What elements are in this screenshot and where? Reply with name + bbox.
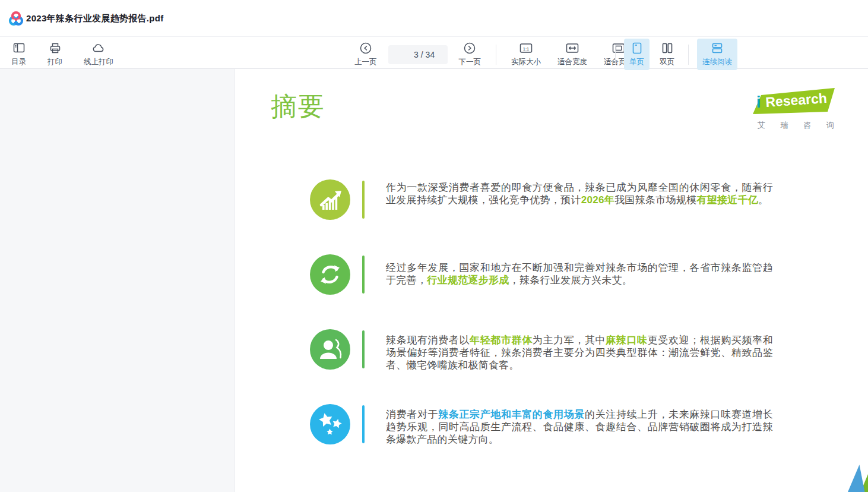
stars-icon [310, 404, 350, 447]
iresearch-banner-icon: Research i [752, 87, 836, 115]
print-button[interactable]: 打印 [42, 39, 68, 70]
brand-caption: 艾 瑞 咨 询 [752, 120, 836, 131]
text-segment-blue: 辣条正宗产地和丰富的食用场景 [438, 409, 585, 420]
bullet-accent-bar [362, 256, 365, 294]
text-segment-green: 麻辣口味 [606, 335, 648, 346]
text-segment-normal: ，辣条行业发展方兴未艾。 [509, 275, 633, 286]
summary-bullet-regulation: 经过多年发展，国家和地方在不断加强和完善对辣条市场的管理，各省市辣条监管趋于完善… [310, 254, 779, 302]
next-page-label: 下一页 [459, 57, 481, 67]
horizontal-arrows-icon [565, 42, 579, 55]
actual-size-label: 实际大小 [511, 57, 541, 67]
user-icon [310, 329, 350, 372]
text-segment-green: 有望接近千亿 [696, 194, 758, 206]
title-bar: 2023年辣条行业发展趋势报告.pdf [0, 0, 868, 37]
app-logo-three-rings-icon [7, 10, 24, 29]
text-segment-green: 行业规范逐步形成 [427, 275, 509, 286]
printer-icon [49, 42, 62, 55]
sidebar-panel-icon [12, 42, 26, 55]
text-segment-normal: 消费者对于 [386, 409, 438, 420]
single-page-label: 单页 [629, 57, 644, 67]
bullet-text: 消费者对于辣条正宗产地和丰富的食用场景的关注持续上升，未来麻辣口味赛道增长趋势乐… [386, 409, 773, 446]
next-page-button[interactable]: 下一页 [454, 39, 487, 70]
continuous-reading-label: 连续阅读 [702, 57, 732, 67]
page-number-box: / 34 [388, 45, 448, 64]
two-pages-icon [661, 42, 674, 55]
circle-chevron-right-icon [463, 42, 476, 55]
continuous-reading-button[interactable]: 连续阅读 [697, 39, 737, 70]
double-page-label: 双页 [660, 57, 674, 67]
sidebar-gutter[interactable] [0, 69, 235, 492]
svg-text:1:1: 1:1 [523, 46, 529, 52]
sync-arrows-icon [310, 254, 350, 297]
toc-button[interactable]: 目录 [6, 39, 31, 70]
bullet-text: 作为一款深受消费者喜爱的即食方便食品，辣条已成为风靡全国的休闲零食，随着行业发展… [386, 182, 773, 207]
fit-width-button[interactable]: 适合宽度 [552, 39, 593, 70]
single-page-button[interactable]: 单页 [624, 39, 650, 70]
iresearch-logo: Research i 艾 瑞 咨 询 [752, 87, 836, 131]
bullet-text: 辣条现有消费者以年轻都市群体为主力军，其中麻辣口味更受欢迎；根据购买频率和场景偏… [386, 335, 773, 371]
double-page-button[interactable]: 双页 [654, 39, 680, 70]
text-segment-green: 年轻都市群体 [470, 335, 533, 346]
bullet-accent-bar [362, 405, 365, 443]
toolbar-separator [615, 45, 616, 65]
fit-width-label: 适合宽度 [557, 57, 587, 67]
page-total-label: / 34 [421, 50, 435, 59]
stacked-pages-icon [711, 42, 724, 55]
toc-label: 目录 [11, 57, 26, 67]
summary-bullet-market: 作为一款深受消费者喜爱的即食方便食品，辣条已成为风靡全国的休闲零食，随着行业发展… [310, 179, 779, 227]
text-segment-normal: 我国辣条市场规模 [614, 194, 696, 206]
prev-page-button[interactable]: 上一页 [349, 39, 382, 70]
cloud-icon [92, 42, 105, 55]
brand-i-text: i [756, 93, 761, 111]
document-title: 2023年辣条行业发展趋势报告.pdf [26, 0, 164, 37]
toolbar: 目录 打印 线上打印 [0, 37, 868, 69]
summary-bullet-trends: 消费者对于辣条正宗产地和丰富的食用场景的关注持续上升，未来麻辣口味赛道增长趋势乐… [310, 404, 779, 452]
bullet-text: 经过多年发展，国家和地方在不断加强和完善对辣条市场的管理，各省市辣条监管趋于完善… [386, 262, 773, 287]
one-to-one-icon: 1:1 [519, 42, 533, 55]
page-title: 摘要 [271, 89, 325, 124]
print-label: 打印 [47, 57, 62, 67]
prev-page-label: 上一页 [354, 57, 377, 67]
circle-chevron-left-icon [359, 42, 372, 55]
actual-size-button[interactable]: 1:1 实际大小 [506, 39, 546, 70]
bullet-accent-bar [362, 181, 365, 219]
text-segment-green: 2026年 [581, 194, 614, 206]
summary-bullet-consumers: 辣条现有消费者以年轻都市群体为主力军，其中麻辣口味更受欢迎；根据购买频率和场景偏… [310, 329, 779, 377]
text-segment-normal: 。 [758, 194, 768, 206]
toolbar-separator [496, 45, 496, 65]
text-segment-normal: 为主力军，其中 [533, 335, 606, 346]
online-print-button[interactable]: 线上打印 [78, 39, 119, 70]
toolbar-separator [688, 45, 689, 65]
trend-up-chart-icon [310, 179, 350, 222]
text-segment-normal: 辣条现有消费者以 [386, 335, 470, 346]
bullet-accent-bar [362, 330, 365, 368]
single-page-icon [631, 42, 644, 55]
page-number-input[interactable] [401, 50, 419, 59]
online-print-label: 线上打印 [84, 57, 113, 67]
